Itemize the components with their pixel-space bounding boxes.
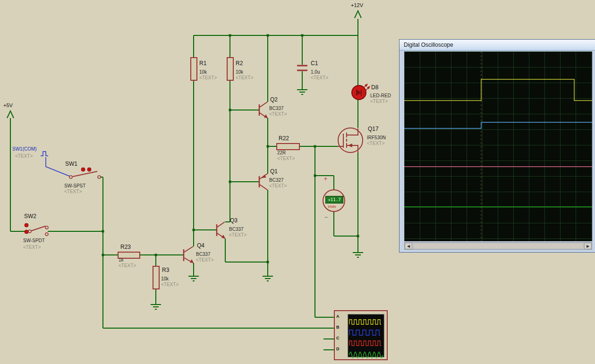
scope-pin-b-label: B — [336, 325, 340, 330]
sw1-ref-label: SW1 — [65, 161, 77, 167]
scroll-thumb[interactable] — [413, 243, 584, 249]
c1-capacitor[interactable] — [297, 66, 307, 70]
q4-ref-label: Q4 — [197, 243, 204, 249]
r2-resistor[interactable] — [227, 58, 233, 80]
sw2-value-label: SW-SPDT — [23, 238, 45, 243]
c1-ref-label: C1 — [311, 60, 318, 67]
sw2-text-label: <TEXT> — [23, 245, 41, 250]
d8-ref-label: D8 — [371, 85, 378, 91]
voltmeter-minus-terminal-label: − — [324, 214, 328, 220]
r3-value-label: 10k — [161, 276, 169, 281]
sw2-ref-label: SW2 — [24, 213, 36, 220]
d8-led[interactable] — [352, 84, 370, 100]
r3-text-label: <TEXT> — [161, 282, 178, 287]
r2-text-label: <TEXT> — [236, 75, 253, 80]
wires[interactable] — [10, 19, 358, 350]
sw1-text-label: <TEXT> — [64, 189, 82, 194]
q1-transistor[interactable] — [259, 174, 267, 190]
q1-text-label: <TEXT> — [269, 183, 287, 188]
voltmeter-plus-terminal-label: + — [324, 176, 327, 182]
r23-ref-label: R23 — [120, 244, 131, 250]
q17-value-label: IRF530N — [367, 135, 386, 140]
voltmeter-display: +11.7 — [325, 196, 343, 203]
sw1com-text-label: <TEXT> — [15, 153, 33, 159]
r22-text-label: <TEXT> — [277, 156, 295, 161]
q3-transistor[interactable] — [217, 222, 225, 238]
r1-text-label: <TEXT> — [199, 75, 217, 80]
q17-ref-label: Q17 — [368, 126, 379, 132]
sw1-switch[interactable] — [69, 168, 101, 178]
sw2-switch[interactable] — [25, 223, 48, 236]
scope-component[interactable] — [334, 311, 387, 360]
oscilloscope-titlebar[interactable]: Digital Oscilloscope — [400, 40, 595, 51]
plus12v-label: +12V — [351, 2, 363, 8]
c1-value-label: 1.0u — [311, 69, 320, 75]
sw1com-label: SW1(COM) — [12, 146, 37, 152]
scope-pin-d-label: D — [336, 347, 340, 352]
channel-a-trace — [404, 79, 592, 101]
q4-transistor[interactable] — [184, 246, 194, 263]
r2-ref-label: R2 — [236, 60, 243, 67]
r1-value-label: 10k — [199, 69, 207, 75]
scope-pin-c-label: C — [336, 336, 340, 341]
r3-resistor[interactable] — [153, 266, 159, 289]
scope-pin-a-label: A — [336, 314, 340, 319]
oscilloscope-screen — [404, 51, 592, 241]
q2-ref-label: Q2 — [270, 97, 278, 103]
r1-resistor[interactable] — [191, 58, 197, 80]
oscilloscope-hscrollbar[interactable]: ◀ ▶ — [404, 242, 592, 250]
d8-text-label: <TEXT> — [370, 99, 388, 104]
d8-value-label: LED-RED — [370, 93, 391, 98]
sw1-value-label: SW-SPST — [64, 183, 85, 188]
q17-text-label: <TEXT> — [367, 141, 384, 146]
scroll-left-button[interactable]: ◀ — [405, 243, 412, 249]
oscilloscope-window: Digital Oscilloscope ◀ ▶ — [399, 39, 595, 253]
power-5v-symbol[interactable] — [7, 111, 14, 118]
plus5v-label: +5V — [3, 102, 13, 108]
r3-ref-label: R3 — [162, 267, 169, 273]
q3-ref-label: Q3 — [230, 218, 238, 224]
channel-b-trace — [404, 122, 592, 128]
r23-value-label: 1k — [119, 257, 124, 262]
q2-value-label: BC337 — [269, 106, 284, 111]
scroll-right-button[interactable]: ▶ — [584, 243, 592, 249]
q4-value-label: BC337 — [196, 252, 211, 257]
oscilloscope-title: Digital Oscilloscope — [404, 42, 453, 48]
q2-transistor[interactable] — [259, 102, 268, 118]
oscilloscope-traces — [404, 51, 592, 241]
r2-value-label: 10k — [236, 69, 243, 75]
r22-resistor[interactable] — [277, 144, 299, 150]
r23-text-label: <TEXT> — [119, 263, 136, 268]
r22-ref-label: R22 — [279, 135, 289, 142]
q17-mosfet[interactable] — [338, 128, 363, 152]
r22-value-label: 22R — [277, 150, 286, 155]
schematic-canvas: +12V +5V R1 10k <TEXT> R2 10k <TEXT> C1 … — [0, 0, 595, 364]
q3-value-label: BC337 — [229, 227, 244, 232]
voltmeter-unit-label: Volts — [328, 204, 336, 209]
q2-text-label: <TEXT> — [269, 111, 287, 117]
q1-ref-label: Q1 — [270, 169, 278, 175]
q1-value-label: BC327 — [269, 178, 284, 183]
r1-ref-label: R1 — [199, 60, 206, 67]
q4-text-label: <TEXT> — [196, 257, 213, 262]
q3-text-label: <TEXT> — [229, 232, 246, 237]
c1-text-label: <TEXT> — [311, 75, 328, 80]
power-12v-symbol[interactable] — [355, 11, 361, 18]
